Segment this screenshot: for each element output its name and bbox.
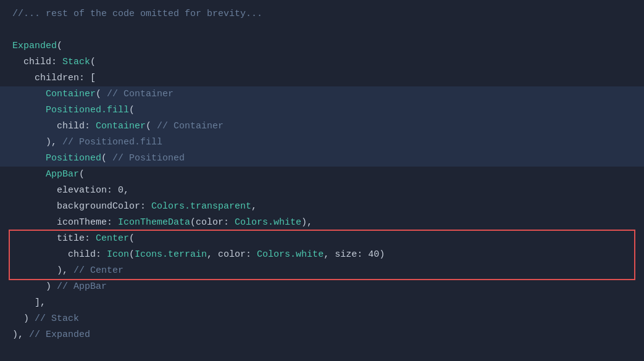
code-line-12: elevation: 0, (0, 183, 644, 199)
code-line-13: backgroundColor: Colors.transparent, (0, 199, 644, 215)
code-line-10: Positioned( // Positioned (0, 151, 644, 167)
code-line-21: ), // Expanded (0, 327, 644, 343)
code-line-8: child: Container( // Container (0, 118, 644, 135)
code-line-3: Expanded( (0, 38, 644, 54)
code-line-1: //... rest of the code omitted for brevi… (0, 6, 644, 22)
code-line-20: ) // Stack (0, 311, 644, 327)
code-line-16: child: Icon(Icons.terrain, color: Colors… (0, 247, 644, 263)
code-line-4: child: Stack( (0, 54, 644, 70)
code-line-18: ) // AppBar (0, 279, 644, 295)
code-line-15: title: Center( (0, 231, 644, 247)
code-line-14: iconTheme: IconThemeData(color: Colors.w… (0, 215, 644, 231)
code-line-6: Container( // Container (0, 86, 644, 102)
code-editor: //... rest of the code omitted for brevi… (0, 0, 644, 361)
code-line-2 (0, 22, 644, 38)
code-line-5: children: [ (0, 70, 644, 86)
code-line-17: ), // Center (0, 263, 644, 279)
code-line-11: AppBar( (0, 167, 644, 183)
code-line-7: Positioned.fill( (0, 102, 644, 118)
code-line-19: ], (0, 295, 644, 311)
code-line-9: ), // Positioned.fill (0, 135, 644, 151)
